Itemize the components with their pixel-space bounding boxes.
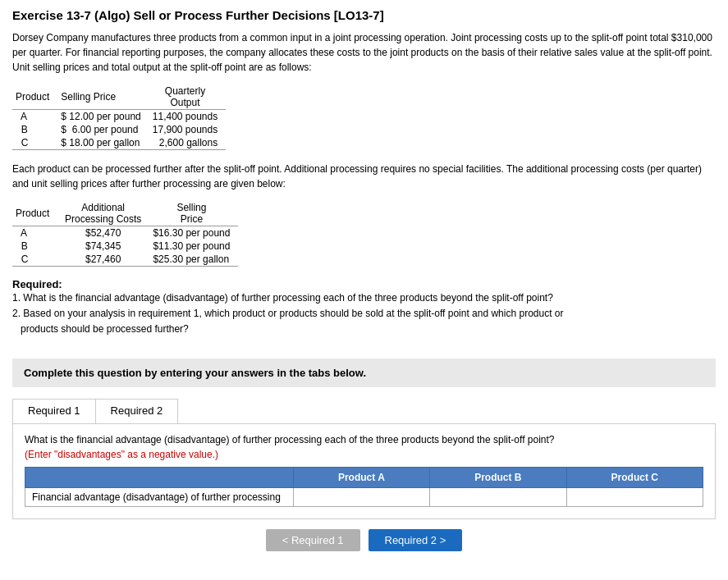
- row-label: Financial advantage (disadvantage) of fu…: [25, 487, 294, 506]
- section2-text: Each product can be processed further af…: [12, 162, 716, 191]
- col-product-c-header: Product C: [566, 467, 703, 487]
- table-row: B $ 6.00 per pound 17,900 pounds: [12, 123, 226, 136]
- col-quarterly-output: QuarterlyOutput: [149, 84, 226, 110]
- negative-note: (Enter "disadvantages" as a negative val…: [25, 449, 218, 460]
- required-title: Required:: [12, 278, 62, 290]
- tab-content-area: What is the financial advantage (disadva…: [12, 423, 716, 519]
- cell-sell-price: $25.30 per gallon: [149, 253, 238, 267]
- tabs-container: Required 1 Required 2: [12, 399, 178, 423]
- cell-selling-price: $ 12.00 per pound: [57, 110, 149, 124]
- answer-row: Financial advantage (disadvantage) of fu…: [25, 487, 703, 506]
- intro-paragraph: Dorsey Company manufactures three produc…: [12, 30, 716, 75]
- cell-output: 2,600 gallons: [149, 136, 226, 150]
- answer-table: Product A Product B Product C Financial …: [25, 467, 703, 507]
- product-c-input-cell[interactable]: [566, 487, 703, 506]
- required-item-1: 1. What is the financial advantage (disa…: [12, 290, 716, 306]
- tab-question-text: What is the financial advantage (disadva…: [25, 434, 555, 445]
- product-b-input[interactable]: [430, 488, 565, 506]
- next-button[interactable]: Required 2 >: [369, 529, 463, 551]
- cell-sell-price: $16.30 per pound: [149, 226, 238, 240]
- col-product-1: Product: [12, 84, 57, 110]
- col-product-b-header: Product B: [430, 467, 566, 487]
- tab-required-2[interactable]: Required 2: [96, 400, 178, 423]
- tab-required-1[interactable]: Required 1: [13, 400, 96, 423]
- complete-instruction-box: Complete this question by entering your …: [12, 359, 716, 387]
- table-row: A $ 12.00 per pound 11,400 pounds: [12, 110, 226, 124]
- table-row: C $27,460 $25.30 per gallon: [12, 253, 238, 267]
- required-section: Required: 1. What is the financial advan…: [12, 278, 716, 338]
- col-selling-price-2: SellingPrice: [149, 201, 238, 226]
- product-a-input-cell[interactable]: [293, 487, 429, 506]
- cell-selling-price: $ 6.00 per pound: [57, 123, 149, 136]
- prev-button[interactable]: < Required 1: [266, 529, 360, 551]
- col-selling-price-1: Selling Price: [57, 84, 149, 110]
- cell-product: C: [12, 136, 57, 150]
- product-b-input-cell[interactable]: [430, 487, 566, 506]
- cell-product: B: [12, 240, 62, 253]
- table-row: A $52,470 $16.30 per pound: [12, 226, 238, 240]
- cell-add-cost: $27,460: [62, 253, 149, 267]
- table-row: B $74,345 $11.30 per pound: [12, 240, 238, 253]
- product-table-1: Product Selling Price QuarterlyOutput A …: [12, 84, 226, 150]
- product-a-input[interactable]: [294, 488, 429, 506]
- col-additional-processing: AdditionalProcessing Costs: [62, 201, 149, 226]
- col-blank-header: [25, 467, 294, 487]
- col-product-2: Product: [12, 201, 62, 226]
- cell-add-cost: $52,470: [62, 226, 149, 240]
- product-c-input[interactable]: [567, 488, 703, 506]
- cell-output: 17,900 pounds: [149, 123, 226, 136]
- page-title: Exercise 13-7 (Algo) Sell or Process Fur…: [12, 8, 716, 22]
- cell-sell-price: $11.30 per pound: [149, 240, 238, 253]
- cell-add-cost: $74,345: [62, 240, 149, 253]
- cell-product: A: [12, 110, 57, 124]
- cell-product: C: [12, 253, 62, 267]
- cell-output: 11,400 pounds: [149, 110, 226, 124]
- nav-buttons-container: < Required 1 Required 2 >: [12, 529, 716, 551]
- complete-instruction-text: Complete this question by entering your …: [24, 367, 366, 379]
- required-item-2: 2. Based on your analysis in requirement…: [12, 306, 716, 337]
- table-row: C $ 18.00 per gallon 2,600 gallons: [12, 136, 226, 150]
- col-product-a-header: Product A: [293, 467, 429, 487]
- cell-selling-price: $ 18.00 per gallon: [57, 136, 149, 150]
- product-table-2: Product AdditionalProcessing Costs Selli…: [12, 201, 238, 267]
- tab-question: What is the financial advantage (disadva…: [25, 432, 703, 462]
- cell-product: A: [12, 226, 62, 240]
- cell-product: B: [12, 123, 57, 136]
